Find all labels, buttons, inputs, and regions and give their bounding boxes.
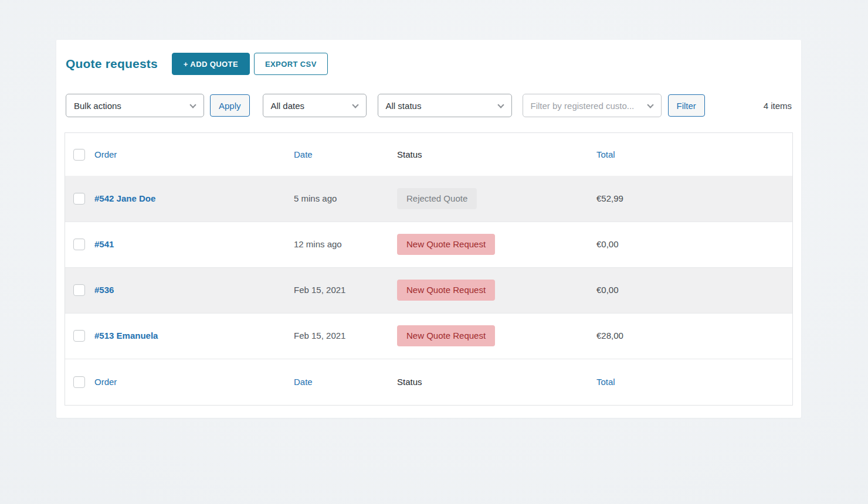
quote-requests-panel: Quote requests + ADD QUOTE EXPORT CSV Bu… bbox=[56, 40, 801, 418]
chevron-down-icon bbox=[497, 101, 504, 108]
row-checkbox[interactable] bbox=[73, 330, 85, 342]
order-date: Feb 15, 2021 bbox=[294, 331, 345, 340]
customer-filter-select[interactable]: Filter by registered custo... bbox=[523, 94, 662, 117]
chevron-down-icon bbox=[189, 101, 196, 108]
column-footer-total[interactable]: Total bbox=[596, 377, 615, 387]
export-csv-button[interactable]: EXPORT CSV bbox=[254, 53, 328, 75]
column-footer-status: Status bbox=[397, 377, 422, 387]
table-row: #536 Feb 15, 2021 New Quote Request €0,0… bbox=[65, 267, 792, 313]
order-total: €52,99 bbox=[596, 193, 623, 203]
all-dates-value: All dates bbox=[271, 101, 305, 111]
order-date: Feb 15, 2021 bbox=[294, 285, 345, 295]
header-bar: Quote requests + ADD QUOTE EXPORT CSV bbox=[66, 53, 792, 75]
table-row: #513 Emanuela Feb 15, 2021 New Quote Req… bbox=[65, 313, 792, 359]
status-badge: New Quote Request bbox=[397, 325, 495, 346]
table-footer-row: Order Date Status Total bbox=[65, 359, 792, 405]
order-total: €0,00 bbox=[596, 239, 619, 249]
apply-button[interactable]: Apply bbox=[210, 94, 250, 117]
customer-filter-placeholder: Filter by registered custo... bbox=[531, 101, 635, 111]
bulk-actions-select[interactable]: Bulk actions bbox=[66, 94, 204, 117]
status-badge: New Quote Request bbox=[397, 234, 495, 255]
status-badge: New Quote Request bbox=[397, 280, 495, 301]
chevron-down-icon bbox=[352, 101, 358, 108]
filter-button[interactable]: Filter bbox=[668, 94, 705, 117]
column-header-date[interactable]: Date bbox=[294, 149, 313, 159]
filters-row: Bulk actions Apply All dates All status … bbox=[66, 94, 792, 117]
page-title: Quote requests bbox=[66, 57, 158, 71]
status-badge: Rejected Quote bbox=[397, 188, 477, 209]
table-row: #541 12 mins ago New Quote Request €0,00 bbox=[65, 222, 792, 267]
order-date: 5 mins ago bbox=[294, 193, 337, 203]
order-link[interactable]: #536 bbox=[94, 285, 114, 295]
column-footer-order[interactable]: Order bbox=[94, 377, 117, 387]
order-date: 12 mins ago bbox=[294, 239, 342, 249]
quotes-table: Order Date Status Total #542 Jane Doe 5 … bbox=[65, 132, 793, 406]
select-all-checkbox[interactable] bbox=[73, 376, 85, 388]
order-link[interactable]: #541 bbox=[94, 239, 114, 249]
order-link[interactable]: #513 Emanuela bbox=[94, 331, 158, 340]
bulk-actions-value: Bulk actions bbox=[74, 101, 121, 111]
column-header-total[interactable]: Total bbox=[596, 149, 615, 159]
column-footer-date[interactable]: Date bbox=[294, 377, 313, 387]
add-quote-button[interactable]: + ADD QUOTE bbox=[172, 53, 250, 75]
items-count: 4 items bbox=[764, 101, 792, 111]
chevron-down-icon bbox=[647, 101, 653, 108]
column-header-status: Status bbox=[397, 149, 422, 159]
order-total: €0,00 bbox=[596, 285, 619, 295]
table-row: #542 Jane Doe 5 mins ago Rejected Quote … bbox=[65, 176, 792, 222]
order-link[interactable]: #542 Jane Doe bbox=[94, 193, 155, 203]
select-all-checkbox[interactable] bbox=[73, 149, 85, 161]
order-total: €28,00 bbox=[596, 331, 623, 340]
all-status-value: All status bbox=[386, 101, 422, 111]
row-checkbox[interactable] bbox=[73, 239, 85, 250]
all-status-select[interactable]: All status bbox=[378, 94, 512, 117]
row-checkbox[interactable] bbox=[73, 193, 85, 205]
table-header-row: Order Date Status Total bbox=[65, 133, 792, 176]
column-header-order[interactable]: Order bbox=[94, 149, 117, 159]
all-dates-select[interactable]: All dates bbox=[263, 94, 367, 117]
row-checkbox[interactable] bbox=[73, 284, 85, 296]
